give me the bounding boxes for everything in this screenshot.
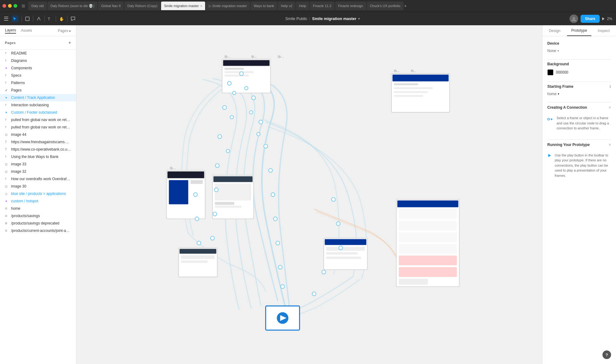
divider-4 [547, 140, 611, 140]
tab-daly-old[interactable]: Daly old [28, 2, 47, 10]
hotspot-icon: ✦ [5, 200, 9, 203]
tab-close-icon[interactable]: × [200, 4, 202, 8]
page-item-image33[interactable]: ⊡ image 33 [0, 160, 76, 168]
svg-text:T: T [48, 17, 50, 21]
tab-design[interactable]: Design [542, 25, 567, 36]
tab-smile-migration[interactable]: Smile migration master × [161, 2, 205, 10]
frame-icon: ⊟ [5, 207, 9, 210]
pen-tool[interactable] [36, 16, 41, 21]
svg-point-69 [322, 270, 326, 274]
divider-3 [547, 102, 611, 103]
page-item-specs[interactable]: T Specs [0, 72, 76, 79]
panel-tabs: Layers Assets Pages ▸ [0, 25, 76, 36]
tab-ways-bank[interactable]: Ways to bank [251, 2, 277, 10]
help-button[interactable]: ? [602, 350, 611, 359]
select-tool[interactable] [12, 15, 18, 22]
tab-chuck[interactable]: Chuck's UX portfolio [367, 2, 403, 10]
fullscreen-button[interactable] [14, 4, 17, 8]
tab-global-nav[interactable]: Global Nav II [98, 2, 124, 10]
share-button[interactable]: Share [581, 15, 599, 23]
close-button[interactable] [2, 4, 6, 8]
page-item-savings[interactable]: ⊟ /products/savings [0, 212, 76, 220]
svg-rect-4 [91, 25, 527, 364]
tab-finacle-redesign[interactable]: Finacle redesign [335, 2, 366, 10]
page-item-global-nav-2[interactable]: T pulled from global nav work on retail,… [0, 123, 76, 131]
checkmark-icon: ✓ [5, 88, 9, 92]
canvas[interactable]: /p... /p... /p... /h... /h... /p... [76, 25, 542, 364]
page-item-overdrafts[interactable]: T How our overdrafts work Overdraft are … [0, 175, 76, 183]
prototype-info: Use the play button in the toolbar to pl… [547, 150, 611, 181]
text-tool[interactable]: T [48, 16, 53, 21]
page-item-image30[interactable]: ⊡ image 30 [0, 183, 76, 190]
page-item-custom-footer[interactable]: ✦ Custom / Footer subclassed [0, 109, 76, 116]
page-item-blue-products[interactable]: ◎ blue site / products > applications [0, 190, 76, 197]
tab-assets[interactable]: Assets [21, 28, 32, 33]
comment-tool[interactable] [71, 16, 75, 21]
tab-label: Help v2 [281, 4, 292, 8]
page-item-savings-deprecated[interactable]: ⊞ /products/savings deprecated [0, 220, 76, 227]
tab-pages[interactable]: Pages ▸ [58, 29, 71, 33]
tab-prototype[interactable]: Prototype [567, 25, 592, 36]
tab-daly-copy[interactable]: Daly Reborn (Copy) [124, 2, 160, 10]
background-color-swatch[interactable] [547, 69, 553, 75]
link-icon: T [5, 140, 9, 144]
page-item-readme[interactable]: T README [0, 50, 76, 57]
page-item-diagrams[interactable]: T Diagrams [0, 57, 76, 64]
tab-label: Help [299, 4, 306, 8]
tab-label: ▷ Smile migration master [209, 4, 247, 8]
frame-icon: T [5, 52, 9, 55]
page-label: https://www.co-operativebank.co.uk/globa… [11, 147, 71, 152]
frame-tool[interactable] [25, 16, 30, 21]
tab-help[interactable]: Help [296, 2, 309, 10]
add-page-button[interactable]: + [68, 40, 71, 46]
tab-label: Daly Reborn (Copy) [128, 4, 157, 8]
page-item-patterns[interactable]: T Patterns [0, 79, 76, 87]
frame-icon: T [5, 81, 9, 84]
tab-smile-proto[interactable]: ▷ Smile migration master [206, 2, 250, 10]
page-item-global-nav-1[interactable]: T pulled from global nav work on retail,… [0, 116, 76, 123]
page-menu-icon[interactable]: ▾ [358, 17, 360, 20]
page-label: Custom / Footer subclassed [11, 110, 71, 115]
toolbar-right: Share 2% [569, 14, 612, 23]
page-item-home[interactable]: ⊟ home [0, 205, 76, 212]
tab-help-v2[interactable]: Help v2 [278, 2, 295, 10]
page-item-interaction[interactable]: T Interaction subclassing [0, 101, 76, 109]
page-item-components[interactable]: ✦ Components [0, 64, 76, 72]
tab-label: Finacle redesign [338, 4, 363, 8]
add-tab-button[interactable]: + [404, 3, 407, 8]
tab-daly-reborn-die[interactable]: Daly Reborn (soon to die 💀) [47, 2, 97, 10]
tab-layers[interactable]: Layers [5, 28, 16, 34]
minimize-button[interactable] [8, 4, 12, 8]
device-value[interactable]: None ▾ [547, 49, 611, 53]
tab-finacle[interactable]: Finacle 11.2 [310, 2, 334, 10]
svg-rect-23 [215, 202, 234, 205]
page-label: Diagrams [11, 59, 71, 63]
traffic-lights [2, 4, 17, 8]
svg-rect-40 [181, 261, 208, 263]
starting-frame-row: home ▾ [547, 92, 611, 96]
svg-text:/p...: /p... [225, 55, 230, 58]
connection-section-header: Creating A Connection × [547, 105, 611, 110]
page-item-image32[interactable]: ⊡ image 32 [0, 168, 76, 175]
svg-point-59 [215, 164, 219, 168]
image-icon: ⊡ [5, 133, 9, 136]
page-item-content-track[interactable]: ✦ Content / Track Application [0, 94, 76, 101]
page-item-hotspot[interactable]: ✦ custom / hotspot [0, 197, 76, 205]
play-prototype-button[interactable] [602, 16, 605, 22]
page-item-pages[interactable]: ✓ Pages [0, 87, 76, 94]
page-item-friends-scams[interactable]: T https://www.friendsagainstscams.org.uk… [0, 138, 76, 146]
page-item-joint-accounts[interactable]: ⊟ /products/current-accounts/joint-accou… [0, 227, 76, 234]
svg-text:✋: ✋ [59, 16, 64, 21]
tab-inspect[interactable]: Inspect [591, 25, 616, 36]
page-item-blue-ways[interactable]: T Using the blue Ways to Bank [0, 153, 76, 160]
svg-point-64 [195, 217, 199, 221]
hand-tool[interactable]: ✋ [59, 16, 64, 21]
close-prototype-button[interactable]: × [609, 142, 611, 147]
zoom-level[interactable]: 2% [607, 17, 612, 21]
page-item-coopbank[interactable]: T https://www.co-operativebank.co.uk/glo… [0, 146, 76, 153]
page-item-image44[interactable]: ⊡ image 44 [0, 131, 76, 138]
toolbar-center: Smile Public / Smile migration master ▾ [79, 16, 566, 21]
menu-icon[interactable]: ☰ [4, 15, 9, 22]
right-panel-content: Device None ▾ Background 000000 [542, 36, 616, 364]
close-connection-button[interactable]: × [609, 105, 611, 110]
